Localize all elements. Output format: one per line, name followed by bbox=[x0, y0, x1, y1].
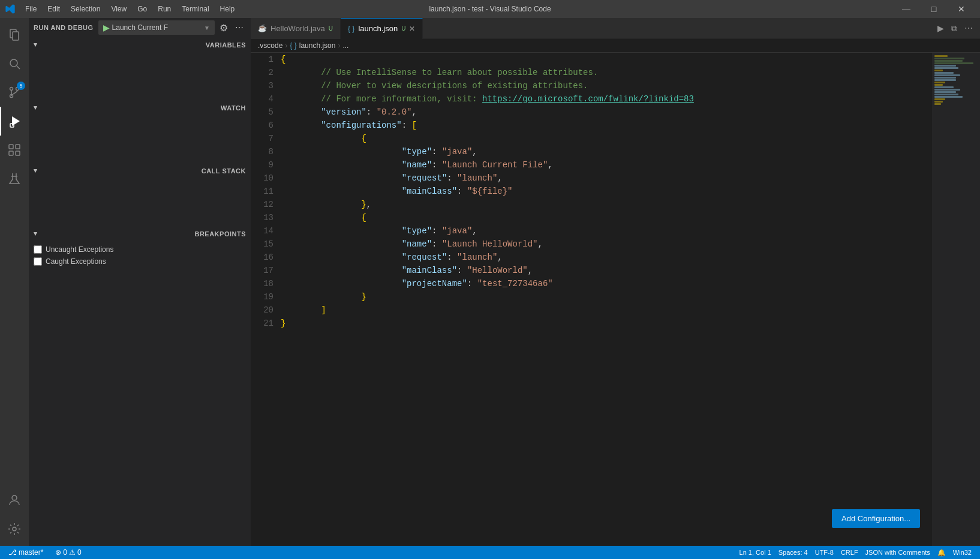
tab-launch-json[interactable]: { } launch.json U ✕ bbox=[341, 18, 423, 39]
code-line-19: } bbox=[281, 290, 920, 303]
line-num-5: 5 bbox=[263, 106, 273, 119]
main-container: 5 bbox=[0, 18, 980, 546]
code-line-21: } bbox=[281, 317, 920, 330]
code-line-12: }, bbox=[281, 198, 920, 211]
caught-exceptions-checkbox[interactable] bbox=[34, 257, 42, 266]
tab-close-button[interactable]: ✕ bbox=[409, 25, 415, 33]
language-label: JSON with Comments bbox=[865, 549, 930, 556]
os-status[interactable]: Win32 bbox=[949, 546, 975, 559]
code-line-7: { bbox=[281, 132, 920, 145]
sidebar: RUN AND DEBUG ▶ Launch Current F ▼ ⚙ ⋯ ▾… bbox=[29, 18, 251, 546]
settings-activity-icon[interactable] bbox=[0, 515, 29, 543]
language-status[interactable]: JSON with Comments bbox=[862, 546, 934, 559]
menu-terminal[interactable]: Terminal bbox=[177, 4, 214, 14]
spaces-status[interactable]: Spaces: 4 bbox=[775, 546, 811, 559]
explorer-activity-icon[interactable] bbox=[0, 20, 29, 49]
breakpoints-label: BREAKPOINTS bbox=[194, 230, 246, 238]
debug-settings-icon[interactable]: ⚙ bbox=[217, 21, 230, 35]
uncaught-exceptions-checkbox[interactable] bbox=[34, 245, 42, 254]
code-line-4: // For more information, visit: https://… bbox=[281, 92, 920, 106]
breakpoints-header[interactable]: ▾ BREAKPOINTS bbox=[29, 226, 251, 241]
chevron-down-icon: ▼ bbox=[204, 25, 210, 31]
run-active-file-icon[interactable]: ▶ bbox=[935, 22, 946, 34]
tabs-bar: ☕ HelloWorld.java U { } launch.json U ✕ … bbox=[251, 18, 980, 39]
minimap-line bbox=[934, 72, 954, 74]
minimap-line bbox=[934, 89, 960, 91]
source-control-activity-icon[interactable]: 5 bbox=[0, 78, 29, 107]
minimap-line bbox=[934, 60, 963, 62]
svg-rect-12 bbox=[16, 151, 20, 155]
line-num-4: 4 bbox=[263, 92, 273, 106]
line-num-19: 19 bbox=[263, 290, 273, 303]
line-num-8: 8 bbox=[263, 145, 273, 158]
code-line-2: // Use IntelliSense to learn about possi… bbox=[281, 66, 920, 79]
call-stack-label: CALL STACK bbox=[202, 167, 246, 175]
line-num-9: 9 bbox=[263, 158, 273, 172]
minimize-button[interactable]: — bbox=[892, 0, 920, 18]
notification-status[interactable]: 🔔 bbox=[934, 546, 949, 559]
breadcrumb-vscode[interactable]: .vscode bbox=[258, 41, 282, 50]
breakpoints-section: ▾ BREAKPOINTS Uncaught Exceptions Caught… bbox=[29, 226, 251, 546]
svg-rect-9 bbox=[9, 145, 13, 149]
watch-content bbox=[29, 115, 251, 163]
account-activity-icon[interactable] bbox=[0, 486, 29, 515]
watch-header[interactable]: ▾ WATCH bbox=[29, 100, 251, 115]
encoding-status[interactable]: UTF-8 bbox=[811, 546, 837, 559]
editor-wrapper: 1 2 3 4 5 6 7 8 9 10 11 12 13 14 bbox=[251, 53, 980, 546]
run-debug-activity-icon[interactable] bbox=[0, 107, 29, 136]
menu-view[interactable]: View bbox=[106, 4, 131, 14]
svg-point-14 bbox=[12, 495, 17, 500]
variables-header[interactable]: ▾ VARIABLES bbox=[29, 37, 251, 52]
spaces-label: Spaces: 4 bbox=[778, 549, 808, 556]
menu-help[interactable]: Help bbox=[215, 4, 240, 14]
code-line-10: "request": "launch", bbox=[281, 172, 920, 185]
breadcrumb-more[interactable]: ... bbox=[342, 41, 348, 50]
variables-content bbox=[29, 52, 251, 100]
add-configuration-button[interactable]: Add Configuration... bbox=[832, 509, 920, 528]
line-numbers: 1 2 3 4 5 6 7 8 9 10 11 12 13 14 bbox=[251, 53, 281, 330]
tab-helloworld-java[interactable]: ☕ HelloWorld.java U bbox=[251, 18, 341, 39]
code-line-8: "type": "java", bbox=[281, 145, 920, 158]
test-activity-icon[interactable] bbox=[0, 164, 29, 193]
split-editor-icon[interactable]: ⧉ bbox=[949, 22, 960, 35]
svg-line-3 bbox=[17, 66, 20, 69]
os-label: Win32 bbox=[953, 549, 972, 556]
title-bar-menus: File Edit Selection View Go Run Terminal… bbox=[20, 4, 239, 14]
branch-name: master* bbox=[19, 548, 43, 557]
code-editor[interactable]: 1 2 3 4 5 6 7 8 9 10 11 12 13 14 bbox=[251, 53, 932, 546]
window-controls: — □ ✕ bbox=[892, 0, 975, 18]
breadcrumb-launch[interactable]: launch.json bbox=[299, 41, 336, 50]
extensions-activity-icon[interactable] bbox=[0, 136, 29, 164]
svg-marker-7 bbox=[12, 116, 20, 126]
menu-run[interactable]: Run bbox=[153, 4, 176, 14]
line-ending-status[interactable]: CRLF bbox=[837, 546, 862, 559]
minimap-line bbox=[934, 55, 948, 57]
branch-status[interactable]: ⎇ master* bbox=[5, 546, 47, 559]
watch-label: WATCH bbox=[221, 104, 246, 112]
menu-edit[interactable]: Edit bbox=[43, 4, 65, 14]
menu-go[interactable]: Go bbox=[133, 4, 152, 14]
menu-file[interactable]: File bbox=[20, 4, 41, 14]
code-line-20: ] bbox=[281, 303, 920, 317]
minimap-line bbox=[934, 79, 956, 81]
call-stack-header[interactable]: ▾ CALL STACK bbox=[29, 163, 251, 178]
config-name: Launch Current F bbox=[112, 23, 202, 32]
run-debug-bar: RUN AND DEBUG ▶ Launch Current F ▼ ⚙ ⋯ bbox=[29, 18, 251, 37]
errors-warnings-status[interactable]: ⊗ 0 ⚠ 0 bbox=[52, 546, 85, 559]
run-debug-config-selector[interactable]: ▶ Launch Current F ▼ bbox=[98, 20, 215, 35]
line-num-7: 7 bbox=[263, 132, 273, 145]
breadcrumb-sep2: › bbox=[338, 41, 340, 50]
maximize-button[interactable]: □ bbox=[920, 0, 948, 18]
close-button[interactable]: ✕ bbox=[948, 0, 975, 18]
minimap-line bbox=[934, 82, 945, 83]
svg-point-2 bbox=[10, 59, 17, 67]
breakpoints-chevron-icon: ▾ bbox=[34, 230, 38, 238]
more-debug-options-icon[interactable]: ⋯ bbox=[233, 22, 246, 34]
notification-icon: 🔔 bbox=[937, 549, 946, 557]
cursor-position-status[interactable]: Ln 1, Col 1 bbox=[736, 546, 775, 559]
more-tab-actions-icon[interactable]: ⋯ bbox=[962, 22, 975, 34]
breakpoints-content: Uncaught Exceptions Caught Exceptions bbox=[29, 241, 251, 270]
menu-selection[interactable]: Selection bbox=[66, 4, 105, 14]
line-ending-label: CRLF bbox=[841, 549, 858, 556]
search-activity-icon[interactable] bbox=[0, 49, 29, 78]
